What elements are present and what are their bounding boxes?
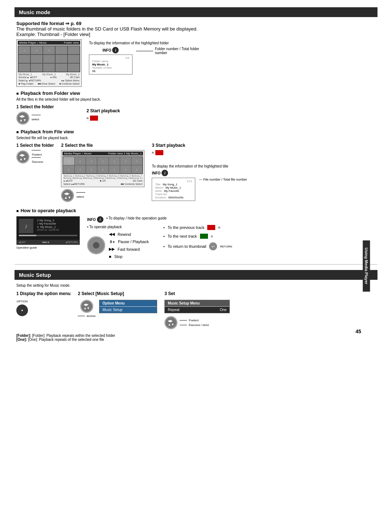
- tv-cell: [31, 64, 42, 72]
- tv-cell: ♪: [120, 165, 131, 173]
- op-tv-content: ♪ 2 My Song_3 ♪ My Favourite 4. My Music…: [17, 217, 79, 238]
- folder-step1: 1 Select the folder ◀▶▲▼ select: [16, 104, 54, 125]
- info-box-folder: 1/3 Folder name My Music_1 Number of fil…: [89, 55, 132, 74]
- supported-format: Supported file format ⇒ p. 69: [16, 21, 376, 26]
- file-step1-title: 1 Select the folder: [16, 143, 54, 148]
- tv-file-grid: ♪ ♪ ♪ ♪ ♪ ♪ ♪ ♪ ♪ ♪ ♪ ♪ ♪ ♪: [62, 156, 143, 174]
- page-number: 45: [355, 329, 361, 334]
- example: Example: Thumbnail - [Folder view]: [16, 32, 376, 37]
- tv-cell: ♪: [31, 46, 42, 54]
- file-info-box: 1/11 Title My Song_1 Album My Music_1 Ar…: [152, 178, 195, 201]
- setup-repeat-row: Repeat One: [165, 306, 229, 313]
- tv-cell: [68, 64, 79, 72]
- tv-cell: [56, 64, 67, 72]
- main-container: Using Media Player Music mode Supported …: [15, 7, 377, 342]
- file-step3-title: 3 Start playback: [152, 143, 185, 148]
- tv-file-footer2: Select ●●RETURN■■ Contents Select: [62, 182, 143, 186]
- playback-controls: INFO i • To display / hide the operation…: [87, 216, 376, 259]
- tv-cell: [19, 55, 30, 63]
- playback-folder-title: Playback from Folder view: [16, 90, 376, 96]
- right-buttons: • To the previous track R • To the next …: [163, 225, 232, 250]
- setup-step1-title: 1 Display the option menu: [16, 291, 70, 296]
- tv-footer3: ■ Play Folder■■ Drive Select■ Contents S…: [18, 82, 80, 85]
- side-label: Using Media Player: [363, 241, 370, 292]
- tv-cell: ♪: [19, 46, 30, 54]
- tv-footer2: Select▲ ●RETURN●● Option Menu: [18, 79, 80, 82]
- operate-playback-area: • To operate playback ◀◀ Rewind: [87, 225, 149, 259]
- file-step2-dpad: ◀▶▲▼: [61, 189, 74, 202]
- playback-icons: ◀◀ Rewind ⏸▶ Pause / Playback ▶▶ Fast fo…: [109, 232, 149, 259]
- file-step1-dpad: ◀▶▲▼: [16, 150, 29, 164]
- option-menu-header: Option Menu: [99, 300, 157, 306]
- setup-step3: 3 Set Music Setup Menu Repeat One: [164, 291, 230, 329]
- file-step3: 3 Start playback R To display the inform…: [152, 143, 247, 201]
- option-menu-table: Option Menu Music Setup: [99, 300, 157, 313]
- playback-dpad: [87, 236, 105, 254]
- tv-cell: ♪: [120, 157, 131, 165]
- prev-track-row: • To the previous track R: [163, 225, 232, 230]
- tv-file-footer: ● ●EXIT■ 1/5SD Card: [62, 179, 143, 182]
- music-mode-header: Music mode: [15, 7, 377, 17]
- playback-folder-desc: All the files in the selected folder wil…: [16, 97, 376, 101]
- tv-file-header: Media Player ♪ Music Folder view 1 My Mu…: [62, 152, 143, 156]
- progress-bar: [19, 235, 77, 236]
- progress-bg: [19, 235, 77, 236]
- setup-step2-dpad: ◀▶▲▼: [80, 300, 93, 313]
- music-setup-menu-row: Music Setup: [99, 306, 157, 313]
- tv-cell: ♪: [63, 157, 74, 165]
- tv-cell: ♪: [131, 157, 142, 165]
- playback-file-desc: Selected file will be played back.: [16, 136, 376, 140]
- tv-screen-folder: Media Player ♪ Music Folder view ♪ ♪ ♪: [16, 39, 82, 87]
- tv-cell: [68, 55, 79, 63]
- next-track-row: • To the next track G: [163, 234, 232, 239]
- tv-cell: ♪: [75, 157, 86, 165]
- tv-cell: ♪: [97, 157, 108, 165]
- stop-row: ■ Stop: [109, 254, 149, 259]
- one-note: [One]: [One]: Playback repeats of the se…: [16, 338, 376, 342]
- setup-step3-dpad: ◀▶▲▼: [164, 316, 177, 329]
- operate-label: • To operate playback: [87, 225, 122, 229]
- tv-cell: [43, 64, 55, 72]
- tv-cell: [43, 55, 55, 63]
- folder-view-screen: Media Player ♪ Music Folder view ♪ ♪ ♪: [16, 39, 82, 87]
- tv-header: Media Player ♪ Music Folder view: [18, 41, 80, 45]
- file-step2: 2 Select the file Media Player ♪ Music F…: [61, 143, 144, 202]
- tv-cell: ♪: [43, 46, 55, 54]
- return-button: ↩: [209, 242, 217, 250]
- tv-cell: ♪: [86, 157, 97, 165]
- tv-grid-folder: ♪ ♪ ♪: [18, 45, 80, 72]
- music-setup-content: Setup the setting for Music mode. 1 Disp…: [15, 283, 377, 342]
- tv-screen-file: Media Player ♪ Music Folder view 1 My Mu…: [61, 150, 144, 187]
- tv-cell: ♪: [86, 165, 97, 173]
- file-info-display: To display the information of the highli…: [152, 164, 247, 201]
- setup-step3-title: 3 Set: [164, 291, 175, 296]
- fastforward-row: ▶▶ Fast forward: [109, 247, 149, 251]
- folder-step2: 2 Start playback R: [86, 108, 120, 121]
- info-display-label: To display the information of the highli…: [89, 41, 209, 45]
- next-track-button: [200, 234, 208, 239]
- prev-track-button: [207, 225, 215, 230]
- tv-cell: ♪: [97, 165, 108, 173]
- playback-file-title: Playback from File view: [16, 129, 376, 134]
- file-info-icon: i: [162, 170, 168, 176]
- folder-note: [Folder]: [Folder]: Playback repeats wit…: [16, 334, 376, 338]
- info-button-label: INFO i: [103, 47, 119, 53]
- setup-notes: [Folder]: [Folder]: Playback repeats wit…: [16, 334, 376, 342]
- tv-cell: [31, 55, 42, 63]
- file-step2-title: 2 Select the file: [61, 143, 93, 148]
- setup-step2-title: 2 Select [Music Setup]: [78, 291, 124, 296]
- setup-menu-header: Music Setup Menu: [165, 300, 229, 306]
- option-button: ●: [16, 305, 28, 316]
- tv-cell: ♪: [109, 157, 120, 165]
- return-thumbnail-row: • To return to thumbnail ↩ RETURN: [163, 242, 232, 250]
- progress-fill: [19, 235, 36, 236]
- info-icon: i: [97, 216, 103, 223]
- info-icon: i: [112, 47, 119, 53]
- setup-step1: 1 Display the option menu OPTION ●: [16, 291, 70, 316]
- tv-cell: [68, 46, 79, 54]
- folder-step1-dpad: ◀▶▲▼: [16, 112, 29, 125]
- description: The thumbnail of music folders in the SD…: [16, 26, 376, 32]
- tv-cell: ♪: [131, 165, 142, 173]
- op-guide-area: ♪ 2 My Song_3 ♪ My Favourite 4. My Music…: [16, 216, 80, 249]
- folder-step2-title: 2 Start playback: [86, 108, 120, 113]
